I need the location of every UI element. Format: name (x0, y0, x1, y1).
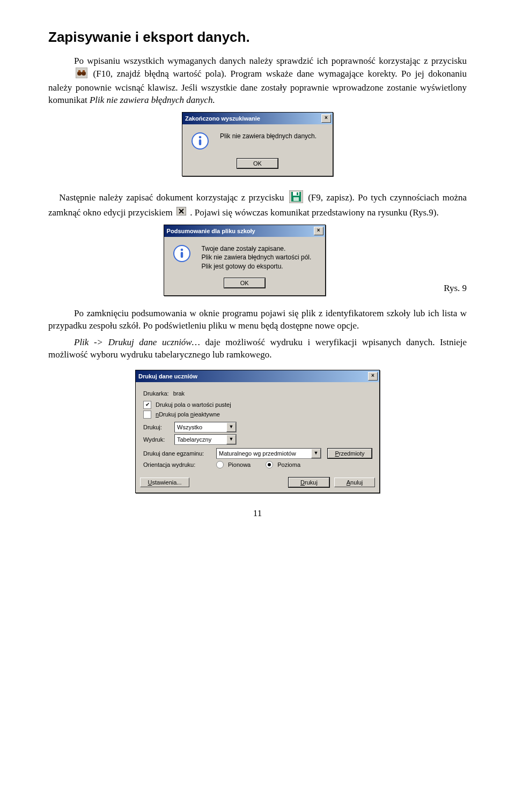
przedmioty-button[interactable]: PPrzedmiotyrzedmioty (328, 449, 372, 458)
wydruk-value: Tabelaryczny (177, 436, 211, 443)
close-icon[interactable]: × (314, 227, 323, 235)
svg-rect-8 (199, 139, 201, 145)
svg-rect-17 (180, 252, 182, 258)
radio-landscape-label: Pozioma (277, 461, 300, 468)
dialog2-line1: Twoje dane zostały zapisane. (202, 244, 312, 253)
drukuj-label: Drukuj: (143, 424, 170, 430)
info-icon (173, 244, 191, 264)
svg-rect-3 (80, 72, 83, 74)
paragraph-1: Po wpisaniu wszystkich wymaganych danych… (48, 55, 467, 107)
checkbox-inactive-fields-label: nDrukuj pola nieaktywneDrukuj pola nieak… (156, 411, 220, 418)
para2-part-c: . Pojawi się wówczas komunikat przedstaw… (190, 207, 438, 218)
para4-menu-path: Plik -> Drukuj dane uczniów… (74, 337, 200, 347)
orientation-label: Orientacja wydruku: (143, 461, 212, 468)
binoculars-icon (50, 68, 87, 82)
page-number: 11 (48, 508, 467, 519)
exam-select[interactable]: Maturalnego wg przedmiotów ▼ (216, 448, 321, 459)
chevron-down-icon: ▼ (226, 435, 236, 444)
info-icon (191, 132, 209, 151)
close-icon[interactable]: × (368, 372, 378, 381)
drukuj-select[interactable]: Wszystko ▼ (174, 422, 237, 433)
exam-value: Maturalnego wg przedmiotów (219, 450, 296, 457)
anuluj-button[interactable]: Anuluj (334, 478, 375, 487)
figure-caption: Rys. 9 (444, 283, 467, 294)
dialog-print: Drukuj dane uczniów × Drukarka: brak ✔ D… (135, 370, 380, 493)
paragraph-2: Następnie należy zapisać dokument korzys… (48, 190, 467, 220)
chevron-down-icon: ▼ (311, 449, 321, 458)
dialog2-title: Podsumowanie dla pliku szkoły (167, 228, 255, 234)
close-icon[interactable]: × (321, 114, 331, 123)
paragraph-3: Po zamknięciu podsumowania w oknie progr… (48, 308, 467, 332)
page-title: Zapisywanie i eksport danych. (48, 29, 467, 46)
dialog-search-complete: Zakończono wyszukiwanie × Plik nie zawie… (182, 112, 333, 176)
dialog1-title: Zakończono wyszukiwanie (185, 115, 260, 122)
para1-emphasis: Plik nie zawiera błędnych danych. (90, 95, 215, 105)
checkbox-empty-fields-label: Drukuj pola o wartości pustej (156, 401, 231, 408)
wydruk-select[interactable]: Tabelaryczny ▼ (174, 434, 237, 445)
svg-point-7 (199, 136, 202, 138)
para1-part-a: Po wpisaniu wszystkich wymaganych danych… (74, 56, 467, 66)
dialog2-line2: Plik nie zawiera błędnych wartości pól. (202, 253, 312, 262)
wydruk-label: Wydruk: (143, 436, 170, 443)
close-window-icon (176, 207, 186, 219)
para2-part-a: Następnie należy zapisać dokument korzys… (59, 192, 288, 203)
radio-portrait-label: Pionowa (228, 461, 251, 468)
printer-label: Drukarka: (143, 390, 169, 397)
chevron-down-icon: ▼ (226, 422, 236, 432)
svg-rect-13 (297, 192, 298, 195)
radio-portrait[interactable] (216, 461, 224, 468)
printer-value: brak (173, 390, 185, 397)
svg-rect-4 (78, 70, 80, 72)
ok-button[interactable]: OK (237, 159, 278, 168)
svg-rect-11 (293, 192, 299, 196)
svg-rect-5 (83, 70, 85, 72)
ustawienia-button[interactable]: Ustawienia... (140, 478, 189, 487)
dialog1-message: Plik nie zawiera błędnych danych. (220, 132, 317, 140)
floppy-save-icon (289, 190, 303, 207)
svg-rect-12 (293, 197, 299, 201)
paragraph-4: Plik -> Drukuj dane uczniów… daje możliw… (48, 337, 467, 361)
dialog2-line3: Plik jest gotowy do eksportu. (202, 262, 312, 271)
dialog3-title: Drukuj dane uczniów (138, 373, 197, 379)
drukuj-value: Wszystko (177, 424, 202, 430)
dialog-summary: Podsumowanie dla pliku szkoły × Twoje da… (164, 225, 326, 296)
ok-button[interactable]: OK (224, 278, 265, 288)
checkbox-inactive-fields[interactable] (143, 411, 151, 419)
radio-landscape[interactable] (266, 461, 273, 468)
svg-point-16 (180, 249, 183, 251)
checkbox-empty-fields[interactable]: ✔ (143, 401, 151, 409)
drukuj-button[interactable]: Drukuj (289, 478, 329, 487)
printer-row: Drukarka: brak (143, 390, 372, 397)
dialog2-message: Twoje dane zostały zapisane. Plik nie za… (202, 244, 312, 271)
exam-label: Drukuj dane egzaminu: (143, 450, 212, 457)
